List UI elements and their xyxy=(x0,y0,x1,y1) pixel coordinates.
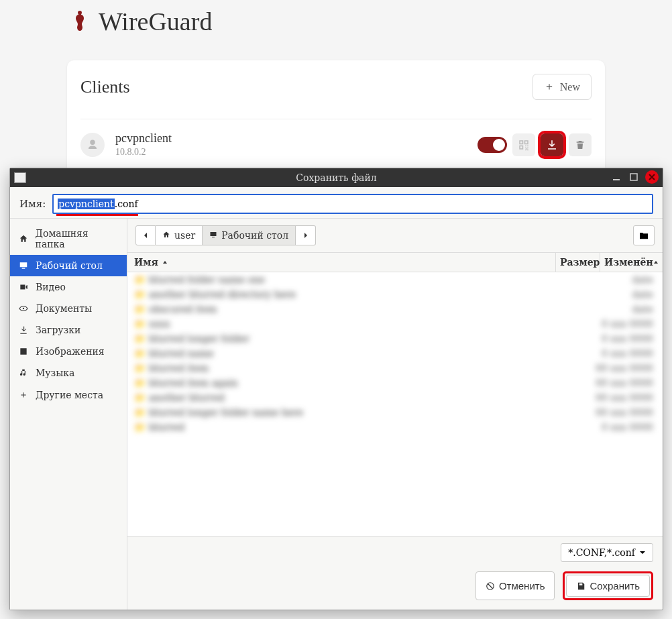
titlebar: Сохранить файл xyxy=(10,168,663,187)
save-button[interactable]: Сохранить xyxy=(566,575,650,597)
chevron-down-icon xyxy=(639,549,646,556)
annotation-underline xyxy=(56,214,138,216)
sort-asc-icon xyxy=(653,260,659,265)
plus-icon: ＋ xyxy=(544,80,555,94)
download-icon xyxy=(18,325,29,335)
path-segment-user[interactable]: user xyxy=(156,225,203,245)
sidebar-item-music[interactable]: Музыка xyxy=(10,362,127,384)
column-header-modified[interactable]: Изменён xyxy=(600,253,663,272)
filename-selection: pcvpnclient xyxy=(58,199,114,209)
svg-rect-0 xyxy=(630,174,637,180)
main-pane: user Рабочий стол Имя Р xyxy=(127,219,663,610)
download-button[interactable] xyxy=(541,133,563,156)
new-folder-icon xyxy=(638,231,649,240)
close-button[interactable] xyxy=(645,170,659,184)
chevron-right-icon xyxy=(302,232,309,239)
wireguard-logo-icon xyxy=(70,8,89,35)
delete-button[interactable] xyxy=(569,133,592,156)
sidebar-item-label: Другие места xyxy=(36,390,103,400)
video-icon xyxy=(18,282,29,292)
annotation-save-highlight: Сохранить xyxy=(563,571,653,600)
download-icon xyxy=(546,139,558,151)
client-toggle[interactable] xyxy=(478,137,507,153)
sidebar-item-label: Музыка xyxy=(36,368,74,378)
client-ip: 10.8.0.2 xyxy=(115,147,467,158)
sidebar-item-video[interactable]: Видео xyxy=(10,276,127,298)
path-user-label: user xyxy=(174,230,195,241)
save-icon xyxy=(576,581,585,591)
new-folder-button[interactable] xyxy=(633,225,655,245)
file-list[interactable]: 📁blurred folder name onedate 📁another bl… xyxy=(127,272,663,536)
new-client-label: New xyxy=(560,81,580,93)
sidebar-item-label: Рабочий стол xyxy=(36,260,103,271)
sidebar-item-images[interactable]: Изображения xyxy=(10,341,127,362)
trash-icon xyxy=(575,139,585,150)
column-header-name[interactable]: Имя xyxy=(127,253,555,272)
music-icon xyxy=(18,368,29,378)
minimize-icon xyxy=(612,172,621,182)
qr-icon xyxy=(518,139,530,151)
sidebar-item-documents[interactable]: Документы xyxy=(10,298,127,319)
path-back-button[interactable] xyxy=(135,225,156,245)
column-header-size[interactable]: Размер xyxy=(555,253,600,272)
clients-heading: Clients xyxy=(80,77,130,97)
path-current-label: Рабочий стол xyxy=(221,230,288,241)
image-icon xyxy=(18,347,29,356)
chevron-left-icon xyxy=(142,232,149,239)
new-client-button[interactable]: ＋ New xyxy=(533,74,592,100)
sidebar-item-label: Домашняя папка xyxy=(36,228,119,249)
cancel-button[interactable]: Отменить xyxy=(475,571,555,600)
clients-card: Clients ＋ New pcvpnclient 10.8.0.2 xyxy=(67,60,605,174)
maximize-button[interactable] xyxy=(628,171,640,183)
sidebar-item-label: Документы xyxy=(36,303,92,314)
home-icon xyxy=(18,234,29,243)
path-forward-button[interactable] xyxy=(296,225,316,245)
minimize-button[interactable] xyxy=(610,171,622,183)
monitor-icon xyxy=(209,230,217,241)
file-filter-dropdown[interactable]: *.CONF,*.conf xyxy=(561,543,653,562)
client-row: pcvpnclient 10.8.0.2 xyxy=(80,119,592,158)
client-name: pcvpnclient xyxy=(115,131,467,146)
app-title: WireGuard xyxy=(99,7,212,36)
places-sidebar: Домашняя папка Рабочий стол Видео Докуме… xyxy=(10,219,127,610)
monitor-icon xyxy=(18,261,29,270)
sidebar-item-label: Изображения xyxy=(36,346,105,357)
sort-asc-icon xyxy=(162,260,168,265)
sidebar-item-label: Загрузки xyxy=(36,325,80,335)
sidebar-item-home[interactable]: Домашняя папка xyxy=(10,223,127,255)
filename-label: Имя: xyxy=(19,198,46,210)
app-header: WireGuard xyxy=(0,0,672,36)
titlebar-title: Сохранить файл xyxy=(10,172,663,183)
close-icon xyxy=(648,173,656,181)
maximize-icon xyxy=(630,173,638,181)
path-segment-current[interactable]: Рабочий стол xyxy=(203,225,296,245)
file-list-header: Имя Размер Изменён xyxy=(127,252,663,272)
sidebar-item-other[interactable]: ＋ Другие места xyxy=(10,384,127,406)
path-bar: user Рабочий стол xyxy=(127,219,663,252)
home-icon xyxy=(162,230,170,241)
sidebar-item-desktop[interactable]: Рабочий стол xyxy=(10,255,127,276)
cancel-icon xyxy=(486,581,495,591)
svg-point-1 xyxy=(23,308,24,309)
documents-icon xyxy=(18,304,29,313)
plus-icon: ＋ xyxy=(18,389,29,401)
cancel-label: Отменить xyxy=(499,580,545,592)
filename-extension: .conf xyxy=(115,199,138,209)
qr-code-button[interactable] xyxy=(512,133,535,156)
client-info: pcvpnclient 10.8.0.2 xyxy=(115,131,467,158)
sidebar-item-label: Видео xyxy=(36,282,66,292)
save-label: Сохранить xyxy=(590,580,640,592)
avatar xyxy=(80,133,105,157)
save-file-dialog: Сохранить файл Имя: pcvpnclient.conf Дом… xyxy=(9,168,663,610)
file-filter-label: *.CONF,*.conf xyxy=(568,547,635,558)
dialog-bottom: *.CONF,*.conf Отменить Сохранить xyxy=(127,536,663,610)
sidebar-item-downloads[interactable]: Загрузки xyxy=(10,319,127,341)
filename-input[interactable]: pcvpnclient.conf xyxy=(52,194,653,214)
